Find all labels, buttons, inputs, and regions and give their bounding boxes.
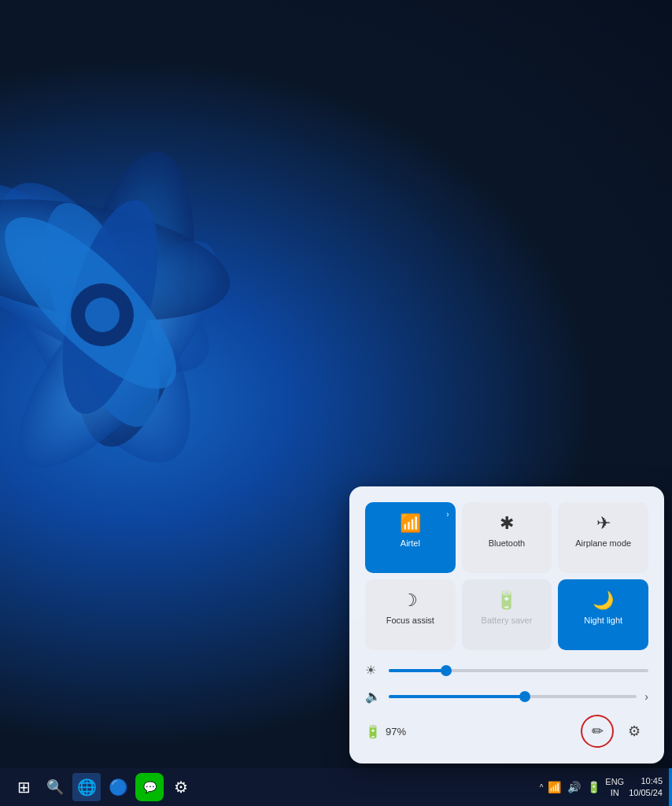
bluetooth-label: Bluetooth	[489, 538, 525, 548]
airplane-mode-toggle[interactable]: ✈ Airplane mode	[558, 502, 648, 573]
brightness-thumb[interactable]	[441, 665, 452, 676]
volume-arrow-icon[interactable]: ›	[644, 690, 648, 703]
volume-tray-icon[interactable]: 🔊	[567, 781, 581, 793]
battery-info: 🔋 97%	[365, 724, 406, 739]
wifi-label: Airtel	[401, 538, 420, 548]
pencil-icon: ✏	[592, 723, 604, 740]
wallpaper-flower	[0, 24, 330, 614]
chrome-icon[interactable]: 🔵	[104, 773, 132, 801]
bluetooth-toggle[interactable]: ✱ Bluetooth	[462, 502, 552, 573]
moon-icon: ☽	[402, 590, 418, 611]
taskbar-left: ⊞ 🔍 🌐 🔵 💬 ⚙	[9, 773, 195, 801]
volume-slider[interactable]	[389, 695, 637, 698]
clock-date: 10/05/24	[629, 787, 663, 799]
edit-quick-settings-button[interactable]: ✏	[581, 715, 614, 748]
volume-thumb[interactable]	[519, 691, 530, 702]
taskbar: ⊞ 🔍 🌐 🔵 💬 ⚙ ^ 📶 🔊 🔋 ENG IN 10:45 10/05/2…	[0, 768, 672, 806]
volume-fill	[389, 695, 525, 698]
open-settings-button[interactable]: ⚙	[620, 717, 648, 745]
panel-actions: ✏ ⚙	[581, 715, 648, 748]
gear-icon: ⚙	[628, 723, 641, 740]
svg-point-9	[85, 298, 120, 332]
battery-icon: 🔋	[365, 724, 381, 739]
lang-region: IN	[605, 787, 624, 798]
battery-saver-icon: 🔋	[496, 590, 517, 611]
lang-text: ENG	[605, 776, 624, 787]
language-indicator[interactable]: ENG IN	[605, 776, 624, 799]
battery-percent: 97%	[386, 726, 406, 738]
settings-taskbar-icon[interactable]: ⚙	[167, 773, 195, 801]
brightness-slider[interactable]	[389, 669, 648, 672]
system-tray-chevron[interactable]: ^	[540, 783, 544, 792]
airplane-label: Airplane mode	[575, 538, 631, 548]
brightness-slider-row: ☀	[365, 663, 648, 678]
speaker-icon: 🔈	[365, 689, 381, 704]
airplane-icon: ✈	[596, 513, 611, 534]
edge-icon[interactable]: 🌐	[72, 773, 101, 801]
nightlight-icon: 🌙	[593, 590, 614, 611]
panel-bottom-row: 🔋 97% ✏ ⚙	[365, 715, 648, 748]
focus-label: Focus assist	[386, 616, 434, 625]
volume-slider-row: 🔈 ›	[365, 689, 648, 704]
wifi-icon: 📶	[400, 513, 421, 534]
line-icon[interactable]: 💬	[135, 773, 164, 801]
brightness-icon: ☀	[365, 663, 381, 678]
quick-settings-panel: › 📶 Airtel ✱ Bluetooth ✈ Airplane mode ☽…	[349, 486, 664, 763]
wifi-tray-icon[interactable]: 📶	[548, 781, 561, 793]
night-light-toggle[interactable]: 🌙 Night light	[558, 579, 648, 650]
focus-assist-toggle[interactable]: ☽ Focus assist	[365, 579, 456, 650]
system-tray-icons: 📶 🔊 🔋	[548, 781, 600, 793]
wifi-toggle[interactable]: › 📶 Airtel	[365, 502, 456, 573]
taskbar-right: ^ 📶 🔊 🔋 ENG IN 10:45 10/05/24	[540, 775, 663, 800]
toggles-grid: › 📶 Airtel ✱ Bluetooth ✈ Airplane mode ☽…	[365, 502, 648, 650]
start-button[interactable]: ⊞	[9, 773, 38, 801]
system-clock[interactable]: 10:45 10/05/24	[629, 775, 663, 800]
wifi-arrow-icon: ›	[446, 510, 449, 519]
nightlight-label: Night light	[584, 616, 622, 625]
battery-saver-toggle[interactable]: 🔋 Battery saver	[462, 579, 552, 650]
taskbar-edge-indicator	[669, 768, 672, 806]
battery-saver-label: Battery saver	[482, 616, 533, 625]
battery-tray-icon[interactable]: 🔋	[587, 781, 600, 793]
search-button[interactable]: 🔍	[41, 773, 69, 801]
bluetooth-icon: ✱	[500, 513, 514, 534]
clock-time: 10:45	[629, 775, 663, 787]
brightness-fill	[389, 669, 446, 672]
